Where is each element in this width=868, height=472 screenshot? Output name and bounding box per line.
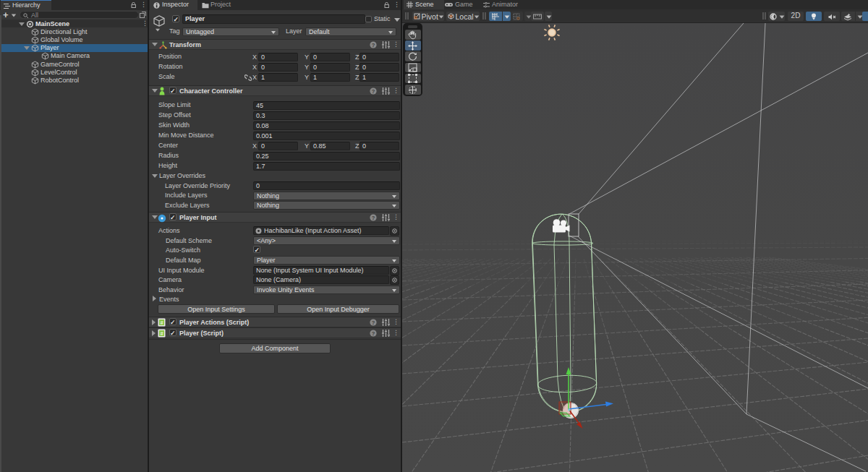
svg-text:#: # [160,331,163,337]
svg-text:?: ? [372,42,375,48]
svg-text:?: ? [372,330,375,337]
svg-text:#: # [160,320,163,326]
svg-text:?: ? [372,88,375,95]
svg-text:?: ? [372,215,375,221]
svg-text:?: ? [372,319,375,326]
